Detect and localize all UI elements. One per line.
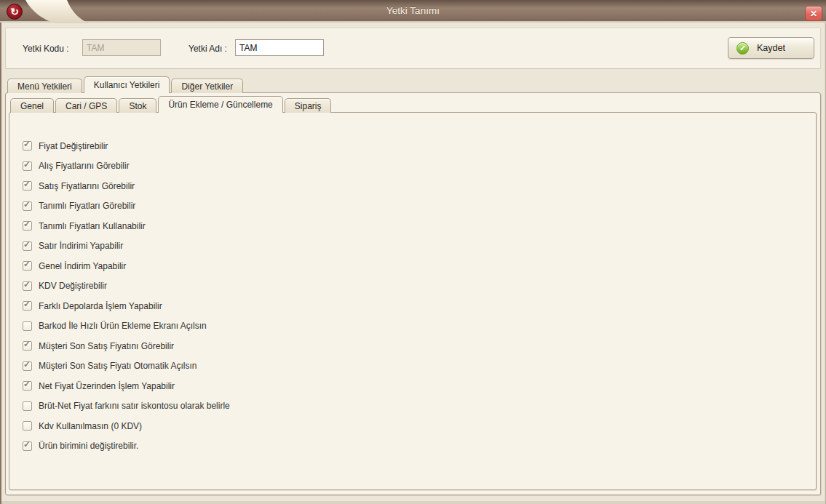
window-title: Yetki Tanımı (0, 0, 826, 23)
yetki-adi-label: Yetki Adı : (188, 41, 227, 56)
permission-row: ✓Ürün birimini değiştirebilir. (23, 436, 816, 457)
tab-urun-ekleme-guncelleme[interactable]: Ürün Ekleme / Güncelleme (158, 96, 282, 113)
permission-checkbox[interactable] (23, 421, 32, 431)
circular-arrow-icon: ↻ (10, 7, 19, 17)
permission-checkbox[interactable]: ✓ (23, 161, 32, 171)
permission-checkbox[interactable] (23, 401, 32, 411)
permission-checkbox[interactable]: ✓ (23, 381, 32, 391)
permission-label: Fiyat Değiştirebilir (39, 141, 108, 151)
tab-menu-yetkileri[interactable]: Menü Yetkileri (7, 79, 82, 93)
permission-checkbox[interactable]: ✓ (23, 221, 32, 231)
permission-checkbox[interactable]: ✓ (23, 441, 32, 451)
permission-checkbox[interactable] (23, 321, 32, 331)
permission-label: Net Fiyat Üzerinden İşlem Yapabilir (39, 381, 175, 391)
permission-label: Farklı Depolarda İşlem Yapabilir (39, 301, 162, 311)
checkmark-icon: ✓ (23, 160, 31, 169)
permission-row: ✓Müşteri Son Satış Fiyatını Görebilir (23, 336, 816, 356)
yetki-adi-input[interactable] (235, 39, 324, 56)
app-logo-icon: ↻ (7, 4, 23, 20)
close-icon: ✕ (810, 9, 817, 18)
permission-row: ✓Müşteri Son Satış Fiyatı Otomatik Açıls… (23, 356, 816, 377)
permission-checkbox[interactable]: ✓ (23, 181, 32, 191)
checkmark-icon: ✓ (23, 440, 31, 449)
permission-label: Tanımlı Fiyatları Görebilir (39, 201, 135, 211)
titlebar: ↻ Yetki Tanımı ✕ (0, 0, 826, 23)
permission-label: Genel İndirim Yapabilir (39, 261, 126, 271)
outer-tab-strip: Menü YetkileriKullanıcı YetkileriDiğer Y… (7, 76, 243, 93)
permission-row: ✓Net Fiyat Üzerinden İşlem Yapabilir (23, 376, 816, 396)
inner-tab-panel: ✓Fiyat Değiştirebilir✓Alış Fiyatlarını G… (9, 112, 817, 490)
save-button-label: Kaydet (757, 43, 785, 53)
permission-label: Ürün birimini değiştirebilir. (39, 441, 138, 451)
permission-checkbox[interactable]: ✓ (23, 281, 32, 291)
tab-stok[interactable]: Stok (119, 98, 156, 113)
permission-label: Kdv Kullanılmasın (0 KDV) (39, 421, 142, 431)
permission-row: ✓Tanımlı Fiyatları Görebilir (23, 196, 816, 217)
permission-row: ✓Alış Fiyatlarını Görebilir (23, 156, 816, 177)
permission-checkbox[interactable]: ✓ (23, 141, 32, 151)
permission-row: Brüt-Net Fiyat farkını satır iskontosu o… (23, 396, 816, 417)
tab-kullanici-yetkileri[interactable]: Kullanıcı Yetkileri (84, 76, 170, 93)
tab-genel[interactable]: Genel (10, 98, 54, 113)
permission-label: Satır İndirimi Yapabilir (39, 241, 123, 251)
checkmark-icon: ✓ (23, 380, 31, 388)
checkmark-icon: ✓ (23, 280, 31, 289)
checkmark-icon: ✓ (23, 200, 31, 209)
checkmark-icon: ✓ (23, 180, 31, 188)
tab-siparis[interactable]: Sipariş (285, 98, 332, 113)
checkmark-icon: ✓ (23, 140, 31, 148)
check-circle-icon: ✓ (736, 42, 749, 55)
permission-row: ✓Tanımlı Fiyatları Kullanabilir (23, 216, 816, 236)
permission-checkbox[interactable]: ✓ (23, 301, 32, 311)
checkmark-icon: ✓ (23, 360, 31, 369)
permission-row: ✓Farklı Depolarda İşlem Yapabilir (23, 296, 816, 316)
tab-diger-yetkiler[interactable]: Diğer Yetkiler (171, 79, 243, 93)
permission-row: ✓Satış Fiyatlarını Görebilir (23, 176, 816, 196)
permission-checkbox[interactable]: ✓ (23, 361, 32, 371)
tab-cari-gps[interactable]: Cari / GPS (55, 98, 117, 113)
checkmark-icon: ✓ (23, 220, 31, 228)
permission-checkbox[interactable]: ✓ (23, 241, 32, 251)
yetki-kodu-label: Yetki Kodu : (23, 41, 69, 56)
permission-label: Barkod İle Hızlı Ürün Ekleme Ekranı Açıl… (39, 321, 207, 331)
permission-checkbox[interactable]: ✓ (23, 261, 32, 271)
permission-row: ✓Satır İndirimi Yapabilir (23, 236, 816, 257)
permission-label: Müşteri Son Satış Fiyatını Görebilir (39, 341, 174, 351)
permission-list: ✓Fiyat Değiştirebilir✓Alış Fiyatlarını G… (9, 113, 816, 456)
permission-row: ✓Fiyat Değiştirebilir (23, 136, 816, 156)
checkmark-icon: ✓ (23, 340, 31, 348)
permission-checkbox[interactable]: ✓ (23, 341, 32, 351)
permission-row: Barkod İle Hızlı Ürün Ekleme Ekranı Açıl… (23, 316, 816, 337)
permission-label: Brüt-Net Fiyat farkını satır iskontosu o… (39, 401, 230, 411)
inner-tab-strip: GenelCari / GPSStokÜrün Ekleme / Güncell… (10, 96, 331, 113)
permission-label: Satış Fiyatlarını Görebilir (39, 181, 135, 191)
checkmark-icon: ✓ (23, 240, 31, 249)
permission-label: Alış Fiyatlarını Görebilir (39, 161, 130, 171)
header-form-panel: Yetki Kodu : Yetki Adı : ✓ Kaydet (5, 28, 821, 69)
permission-checkbox[interactable]: ✓ (23, 201, 32, 211)
permission-row: Kdv Kullanılmasın (0 KDV) (23, 416, 816, 436)
permission-label: Müşteri Son Satış Fiyatı Otomatik Açılsı… (39, 361, 196, 371)
save-button[interactable]: ✓ Kaydet (728, 37, 814, 59)
yetki-kodu-input (82, 39, 161, 56)
yetki-tanimi-window: ↻ Yetki Tanımı ✕ Yetki Kodu : Yetki Adı … (0, 0, 826, 504)
close-button[interactable]: ✕ (805, 6, 822, 21)
permission-label: Tanımlı Fiyatları Kullanabilir (39, 221, 146, 231)
permission-row: ✓Genel İndirim Yapabilir (23, 256, 816, 276)
permission-label: KDV Değiştirebilir (39, 281, 107, 291)
permission-row: ✓KDV Değiştirebilir (23, 276, 816, 297)
checkmark-icon: ✓ (23, 260, 31, 268)
checkmark-icon: ✓ (23, 300, 31, 308)
